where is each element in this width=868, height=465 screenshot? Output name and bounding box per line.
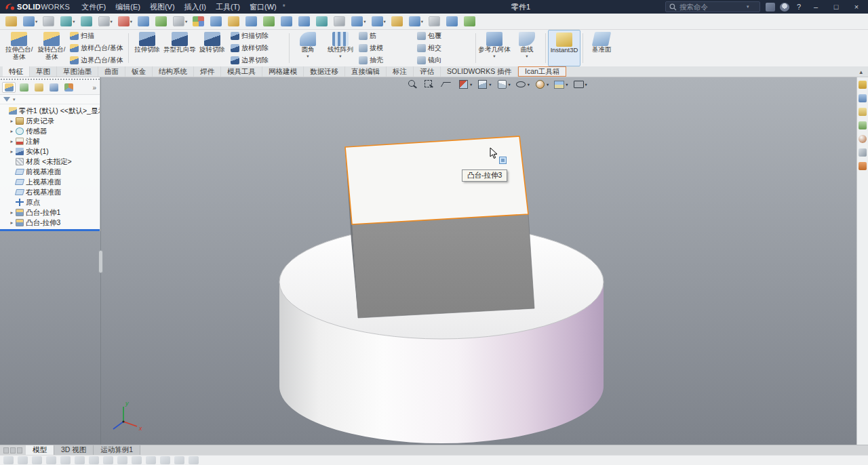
sketch-rectangle-icon[interactable] [89,456,99,464]
expand-arrow-icon[interactable]: ▸ [9,209,15,216]
design-library-icon[interactable] [859,94,867,102]
appearances-scenes-icon[interactable] [859,135,867,143]
tab-sketch[interactable]: 草图 [30,66,57,77]
forum-icon[interactable] [859,162,867,170]
help-button[interactable] [462,16,477,27]
窗口(W)[interactable]: 窗口(W) [245,1,281,14]
sketch-circle-icon[interactable] [3,456,14,464]
tree-item-history[interactable]: ▸ 历史记录 [0,116,100,126]
search-dropdown-icon[interactable]: ▾ [747,4,749,9]
restore-button[interactable]: □ [829,2,844,12]
filter-funnel-icon[interactable] [3,97,10,102]
视图(V)[interactable]: 视图(V) [145,1,180,14]
open-button[interactable] [4,16,19,27]
file-properties-button[interactable] [445,16,460,27]
panel-splitter-handle[interactable] [98,250,103,273]
zoom-area-icon[interactable] [424,79,436,89]
pan-button[interactable] [332,16,347,27]
shell-button[interactable]: 抽壳 [357,54,415,66]
model-tab[interactable]: 模型 [26,445,54,455]
工具(T)[interactable]: 工具(T) [211,1,245,14]
tab-sheet-metal[interactable]: 钣金 [125,66,153,77]
sketch-spline-icon[interactable] [60,456,71,464]
sketch-convert-icon[interactable] [160,456,170,464]
apply-scene-icon[interactable]: ▾ [553,79,568,89]
file-explorer-icon[interactable] [859,108,867,116]
tab-ican-toolbox[interactable]: Ican工具箱 [518,66,566,77]
apps-icon[interactable] [766,3,775,12]
view-settings-icon[interactable]: ▾ [573,79,587,89]
tree-root-part[interactable]: 零件1 (默认) <<默认>_显示状态 1> [0,106,100,116]
编辑(E)[interactable]: 编辑(E) [111,1,145,14]
tab-markup[interactable]: 标注 [387,66,414,77]
tree-item-material[interactable]: 材质 <未指定> [0,157,100,167]
hole-wizard-button[interactable]: 异型孔向导 [163,30,196,66]
previous-view-icon[interactable] [441,79,453,89]
home-icon[interactable] [859,81,867,89]
fillet-button[interactable]: 圆角 ▾ [292,30,324,66]
sketch-button[interactable]: ▾ [117,16,134,27]
help-icon[interactable]: ? [795,3,803,11]
sketch-slot-icon[interactable] [103,456,113,464]
displaymanager-tab[interactable] [62,82,75,93]
collapse-ribbon-icon[interactable]: ▴ [859,68,863,75]
view-palette-icon[interactable] [859,121,867,129]
display-style-button[interactable]: ▾ [350,16,367,27]
instant3d-button[interactable]: Instant3D [548,30,580,66]
sketch-line-icon[interactable] [75,456,85,464]
section-view-button[interactable] [209,16,224,27]
splitter-icon[interactable] [10,447,16,453]
options-button[interactable]: ▾ [172,16,189,27]
rotate-view-button[interactable] [315,16,330,27]
close-button[interactable]: × [849,2,864,12]
mirror-button[interactable]: 镜向 [415,54,473,66]
motion-study-tab[interactable]: 运动算例1 [94,445,140,455]
print-button[interactable] [41,16,56,27]
tree-item-solid-bodies[interactable]: ▸ 实体(1) [0,146,100,157]
minimize-button[interactable]: – [808,2,823,12]
plane-button[interactable]: 基准面 [585,30,618,66]
tab-weldments[interactable]: 焊件 [194,66,221,77]
tree-item-boss-extrude1[interactable]: ▸ 凸台-拉伸1 [0,207,100,218]
splitter-icon[interactable] [3,447,9,453]
插入(I)[interactable]: 插入(I) [180,1,211,14]
curves-button[interactable]: 曲线 ▾ [511,30,543,66]
tree-item-origin[interactable]: 原点 [0,197,100,207]
tree-item-right-plane[interactable]: 右视基准面 [0,187,100,197]
hide-show-items-icon[interactable]: ▾ [515,79,530,89]
hide-show-items-button[interactable]: ▾ [370,16,387,27]
tree-item-annotations[interactable]: ▸ 注解 [0,136,100,146]
draft-button[interactable]: 拔模 [357,42,415,54]
sweep-boss-button[interactable]: 扫描 [68,30,126,42]
文件(F)[interactable]: 文件(F) [77,1,111,14]
search-icon[interactable] [669,3,677,11]
sketch-polygon-icon[interactable] [46,456,56,464]
tab-structure-system[interactable]: 结构系统 [153,66,194,77]
pin-menu-icon[interactable]: * [283,3,285,11]
display-style-icon[interactable]: ▾ [496,79,511,89]
sketch-ellipse-icon[interactable] [32,456,42,464]
tab-surfaces[interactable]: 曲面 [98,66,125,77]
zoom-fit-icon[interactable] [407,79,419,89]
login-icon[interactable] [780,3,789,12]
tab-features[interactable]: 特征 [3,66,30,77]
configurationmanager-tab[interactable] [32,82,45,93]
redo-button[interactable] [79,16,94,27]
sketch-trim-icon[interactable] [146,456,156,464]
select-button[interactable]: ▾ [97,16,114,27]
revolve-cut-button[interactable]: 旋转切除 [196,30,229,66]
expand-arrow-icon[interactable]: ▸ [9,138,15,144]
zoom-fit-button[interactable] [279,16,294,27]
sweep-cut-button[interactable]: 扫描切除 [229,30,287,42]
view-orientation-button[interactable]: ▾ [408,16,425,27]
propertymanager-tab[interactable] [17,82,31,93]
extrude-boss-button[interactable]: 拉伸凸台/基体 [3,30,35,66]
filter-dropdown-icon[interactable]: ▾ [13,97,16,102]
undo-button[interactable]: ▾ [59,16,76,27]
intersect-button[interactable]: 相交 [415,42,473,54]
box-front-face[interactable] [352,214,534,318]
tab-direct-editing[interactable]: 直接编辑 [345,66,387,77]
3d-views-tab[interactable]: 3D 视图 [54,445,94,455]
zoom-area-button[interactable] [297,16,312,27]
boundary-cut-button[interactable]: 边界切除 [229,54,287,66]
